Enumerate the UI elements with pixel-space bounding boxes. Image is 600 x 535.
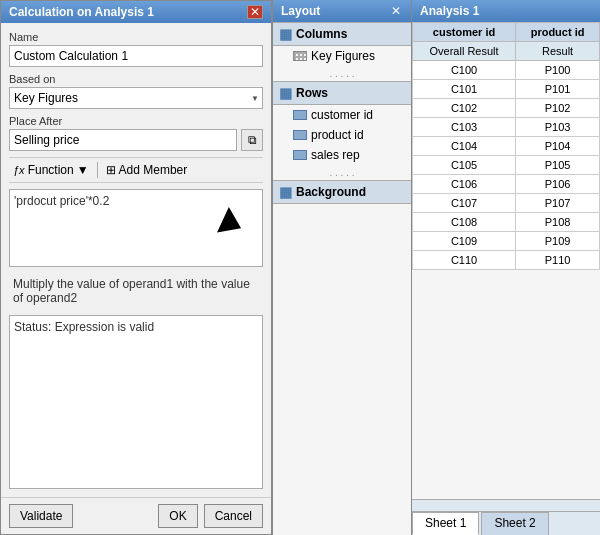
add-member-icon: ⊞ <box>106 163 116 177</box>
cell-customer-id: C100 <box>413 61 516 80</box>
cancel-button[interactable]: Cancel <box>204 504 263 528</box>
calculation-dialog: Calculation on Analysis 1 ✕ Name Based o… <box>0 0 272 535</box>
cell-customer-id: C110 <box>413 251 516 270</box>
rows-dots: . . . . . <box>273 165 411 180</box>
name-label: Name <box>9 31 263 43</box>
layout-item-product-id[interactable]: product id <box>273 125 411 145</box>
arrow-indicator <box>217 207 247 241</box>
cell-product-id: P103 <box>516 118 600 137</box>
layout-item-sales-rep[interactable]: sales rep <box>273 145 411 165</box>
cell-customer-id: C107 <box>413 194 516 213</box>
copy-icon: ⧉ <box>248 133 257 147</box>
expression-box[interactable]: 'prdocut price'*0.2 <box>9 189 263 267</box>
customer-id-label: customer id <box>311 108 373 122</box>
background-section-header: ▦ Background <box>273 180 411 204</box>
data-table: customer id product id Overall Result Re… <box>412 22 600 270</box>
key-figures-icon <box>293 51 307 61</box>
table-row: C101P101 <box>413 80 600 99</box>
key-figures-label: Key Figures <box>311 49 375 63</box>
table-row: C110P110 <box>413 251 600 270</box>
table-row: C104P104 <box>413 137 600 156</box>
columns-section-icon: ▦ <box>279 26 292 42</box>
customer-id-icon <box>293 110 307 120</box>
name-field-group: Name <box>9 31 263 67</box>
status-text: Status: Expression is valid <box>14 320 154 334</box>
function-button[interactable]: ƒx Function ▼ <box>9 161 93 179</box>
place-after-field-group: Place After ⧉ <box>9 115 263 151</box>
function-button-label: Function <box>28 163 74 177</box>
layout-item-key-figures[interactable]: Key Figures <box>273 46 411 66</box>
background-label: Background <box>296 185 366 199</box>
sub-header-result: Result <box>516 42 600 61</box>
cell-product-id: P104 <box>516 137 600 156</box>
copy-icon-button[interactable]: ⧉ <box>241 129 263 151</box>
description-text: Multiply the value of operand1 with the … <box>13 277 250 305</box>
product-id-icon <box>293 130 307 140</box>
add-member-button[interactable]: ⊞ Add Member <box>102 161 192 179</box>
validate-button[interactable]: Validate <box>9 504 73 528</box>
table-row: C102P102 <box>413 99 600 118</box>
cell-product-id: P107 <box>516 194 600 213</box>
validate-label: Validate <box>20 509 62 523</box>
cell-customer-id: C105 <box>413 156 516 175</box>
add-member-label: Add Member <box>119 163 188 177</box>
table-row: C105P105 <box>413 156 600 175</box>
cell-product-id: P101 <box>516 80 600 99</box>
cell-customer-id: C102 <box>413 99 516 118</box>
layout-item-customer-id[interactable]: customer id <box>273 105 411 125</box>
sheet-tab-1[interactable]: Sheet 1 <box>412 512 479 535</box>
cell-product-id: P108 <box>516 213 600 232</box>
cell-product-id: P100 <box>516 61 600 80</box>
ok-cancel-group: OK Cancel <box>158 504 263 528</box>
rows-section-icon: ▦ <box>279 85 292 101</box>
expression-text: 'prdocut price'*0.2 <box>14 194 109 208</box>
cell-product-id: P110 <box>516 251 600 270</box>
close-icon: ✕ <box>250 5 260 19</box>
horizontal-scrollbar[interactable] <box>412 499 600 511</box>
dialog-title-bar: Calculation on Analysis 1 ✕ <box>1 1 271 23</box>
fx-icon: ƒx <box>13 164 25 176</box>
based-on-label: Based on <box>9 73 263 85</box>
cell-customer-id: C106 <box>413 175 516 194</box>
ok-label: OK <box>169 509 186 523</box>
table-row: C100P100 <box>413 61 600 80</box>
rows-label: Rows <box>296 86 328 100</box>
table-row: C109P109 <box>413 232 600 251</box>
place-after-input[interactable] <box>9 129 237 151</box>
background-section-icon: ▦ <box>279 184 292 200</box>
cell-customer-id: C101 <box>413 80 516 99</box>
description-area: Multiply the value of operand1 with the … <box>9 273 263 309</box>
dialog-close-button[interactable]: ✕ <box>247 5 263 19</box>
dialog-footer: Validate OK Cancel <box>1 497 271 534</box>
based-on-select[interactable]: Key Figures <box>9 87 263 109</box>
col-header-customer-id: customer id <box>413 23 516 42</box>
layout-close-button[interactable]: ✕ <box>389 4 403 18</box>
cell-customer-id: C109 <box>413 232 516 251</box>
sales-rep-icon <box>293 150 307 160</box>
product-id-label: product id <box>311 128 364 142</box>
analysis-title-bar: Analysis 1 <box>412 0 600 22</box>
layout-title: Layout <box>281 4 320 18</box>
ok-button[interactable]: OK <box>158 504 197 528</box>
cell-product-id: P105 <box>516 156 600 175</box>
sales-rep-label: sales rep <box>311 148 360 162</box>
table-row: C103P103 <box>413 118 600 137</box>
place-after-label: Place After <box>9 115 263 127</box>
analysis-title: Analysis 1 <box>420 4 479 18</box>
sheet-tab-2[interactable]: Sheet 2 <box>481 512 548 535</box>
toolbar-divider <box>97 162 98 178</box>
table-row: C108P108 <box>413 213 600 232</box>
cell-customer-id: C103 <box>413 118 516 137</box>
dialog-title: Calculation on Analysis 1 <box>9 5 154 19</box>
toolbar-row: ƒx Function ▼ ⊞ Add Member <box>9 157 263 183</box>
function-dropdown-arrow: ▼ <box>77 163 89 177</box>
cancel-label: Cancel <box>215 509 252 523</box>
columns-dots: . . . . . <box>273 66 411 81</box>
based-on-field-group: Based on Key Figures <box>9 73 263 109</box>
cell-product-id: P109 <box>516 232 600 251</box>
sheet-tabs: Sheet 1 Sheet 2 <box>412 511 600 535</box>
columns-label: Columns <box>296 27 347 41</box>
name-input[interactable] <box>9 45 263 67</box>
analysis-panel: Analysis 1 customer id product id Overal… <box>412 0 600 535</box>
layout-title-bar: Layout ✕ <box>273 0 411 22</box>
